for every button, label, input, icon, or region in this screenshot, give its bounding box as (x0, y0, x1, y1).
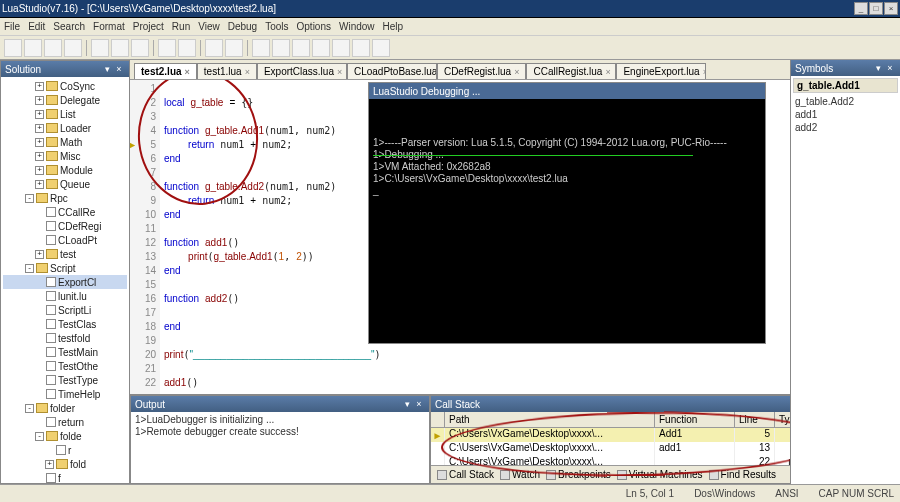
tree-node[interactable]: TimeHelp (3, 387, 127, 401)
editor[interactable]: 12345678910111213141516171819202122 loca… (130, 80, 790, 394)
tree-node[interactable]: CCallRe (3, 205, 127, 219)
breakpoint-icon[interactable] (372, 39, 390, 57)
tab-close-icon[interactable]: × (185, 67, 190, 77)
tab-close-icon[interactable]: × (514, 67, 519, 77)
bottom-tab[interactable]: Call Stack (437, 469, 494, 480)
pin-icon[interactable]: ▾ (401, 398, 413, 410)
tree-toggle-icon[interactable]: + (35, 82, 44, 91)
tab-close-icon[interactable]: × (605, 67, 610, 77)
menu-run[interactable]: Run (172, 21, 190, 32)
tree-node[interactable]: CLoadPt (3, 233, 127, 247)
tree-node[interactable]: +Misc (3, 149, 127, 163)
bottom-tab[interactable]: Find Results (709, 469, 777, 480)
tree-node[interactable]: -Script (3, 261, 127, 275)
tree-node[interactable]: +Loader (3, 121, 127, 135)
callstack-row[interactable]: C:\Users\VxGame\Desktop\xxxx\...add113Lu… (431, 442, 790, 456)
tree-toggle-icon[interactable]: + (35, 250, 44, 259)
pin-icon[interactable]: ▾ (787, 398, 790, 410)
open-icon[interactable] (24, 39, 42, 57)
symbols-list[interactable]: g_table.Add1 g_table.Add2add1add2 (791, 76, 900, 484)
tree-node[interactable]: ScriptLi (3, 303, 127, 317)
tree-node[interactable]: return (3, 415, 127, 429)
line-gutter[interactable]: 12345678910111213141516171819202122 (130, 80, 160, 394)
stop-icon[interactable] (292, 39, 310, 57)
undo-icon[interactable] (158, 39, 176, 57)
tree-node[interactable]: +List (3, 107, 127, 121)
symbol-item[interactable]: add2 (793, 121, 898, 134)
pin-icon[interactable]: ▾ (101, 63, 113, 75)
editor-tab[interactable]: CCallRegist.lua× (526, 63, 616, 79)
tree-node[interactable]: TestClas (3, 317, 127, 331)
editor-tab[interactable]: EngineExport.lua× (616, 63, 706, 79)
tree-node[interactable]: testfold (3, 331, 127, 345)
column-header[interactable]: Path (445, 412, 655, 427)
redo-icon[interactable] (178, 39, 196, 57)
tree-node[interactable]: TestOthe (3, 359, 127, 373)
debug-icon[interactable] (272, 39, 290, 57)
symbol-item[interactable]: g_table.Add2 (793, 95, 898, 108)
tree-toggle-icon[interactable]: + (35, 166, 44, 175)
column-header[interactable] (431, 412, 445, 427)
tree-node[interactable]: r (3, 443, 127, 457)
menu-format[interactable]: Format (93, 21, 125, 32)
tree-node[interactable]: f (3, 471, 127, 483)
column-header[interactable]: Function (655, 412, 735, 427)
replace-icon[interactable] (225, 39, 243, 57)
symbol-header[interactable]: g_table.Add1 (793, 78, 898, 93)
minimize-button[interactable]: _ (854, 2, 868, 15)
find-icon[interactable] (205, 39, 223, 57)
bottom-tab[interactable]: Breakpoints (546, 469, 611, 480)
menu-tools[interactable]: Tools (265, 21, 288, 32)
bottom-tab[interactable]: Watch (500, 469, 540, 480)
tree-toggle-icon[interactable]: + (35, 96, 44, 105)
menu-options[interactable]: Options (297, 21, 331, 32)
tab-close-icon[interactable]: × (245, 67, 250, 77)
editor-tab[interactable]: CDefRegist.lua× (437, 63, 527, 79)
panel-close-icon[interactable]: × (413, 398, 425, 410)
callstack-row[interactable]: C:\Users\VxGame\Desktop\xxxx\...22main (431, 456, 790, 465)
cut-icon[interactable] (91, 39, 109, 57)
save-all-icon[interactable] (64, 39, 82, 57)
tree-toggle-icon[interactable]: + (35, 110, 44, 119)
editor-tab[interactable]: test2.lua× (134, 63, 197, 79)
menu-help[interactable]: Help (383, 21, 404, 32)
paste-icon[interactable] (131, 39, 149, 57)
solution-tree[interactable]: +CoSync+Delegate+List+Loader+Math+Misc+M… (1, 77, 129, 483)
menu-file[interactable]: File (4, 21, 20, 32)
tab-close-icon[interactable]: × (703, 67, 707, 77)
step-over-icon[interactable] (312, 39, 330, 57)
tree-node[interactable]: +CoSync (3, 79, 127, 93)
panel-close-icon[interactable]: × (113, 63, 125, 75)
tree-toggle-icon[interactable]: - (25, 404, 34, 413)
tree-node[interactable]: +Delegate (3, 93, 127, 107)
step-into-icon[interactable] (332, 39, 350, 57)
close-button[interactable]: × (884, 2, 898, 15)
debug-console[interactable]: LuaStudio Debugging ... 1>-----Parser ve… (368, 82, 766, 344)
callstack-body[interactable]: ►C:\Users\VxGame\Desktop\xxxx\...Add15Lu… (431, 428, 790, 465)
tree-node[interactable]: ExportCl (3, 275, 127, 289)
bottom-tab[interactable]: Virtual Machines (617, 469, 703, 480)
editor-tab[interactable]: ExportClass.lua× (257, 63, 347, 79)
tree-node[interactable]: CDefRegi (3, 219, 127, 233)
editor-tab[interactable]: CLoadPtoBase.lua× (347, 63, 437, 79)
tree-toggle-icon[interactable]: + (45, 460, 54, 469)
column-header[interactable]: Type (775, 412, 790, 427)
menu-window[interactable]: Window (339, 21, 375, 32)
tree-toggle-icon[interactable]: + (35, 138, 44, 147)
maximize-button[interactable]: □ (869, 2, 883, 15)
menu-view[interactable]: View (198, 21, 220, 32)
tree-node[interactable]: +Queue (3, 177, 127, 191)
column-header[interactable]: Line (735, 412, 775, 427)
tree-node[interactable]: +Module (3, 163, 127, 177)
copy-icon[interactable] (111, 39, 129, 57)
new-file-icon[interactable] (4, 39, 22, 57)
tree-node[interactable]: TestType (3, 373, 127, 387)
menu-search[interactable]: Search (53, 21, 85, 32)
panel-close-icon[interactable]: × (884, 62, 896, 74)
menu-project[interactable]: Project (133, 21, 164, 32)
tree-node[interactable]: +fold (3, 457, 127, 471)
run-icon[interactable] (252, 39, 270, 57)
editor-tab[interactable]: test1.lua× (197, 63, 257, 79)
tree-node[interactable]: -folde (3, 429, 127, 443)
symbol-item[interactable]: add1 (793, 108, 898, 121)
